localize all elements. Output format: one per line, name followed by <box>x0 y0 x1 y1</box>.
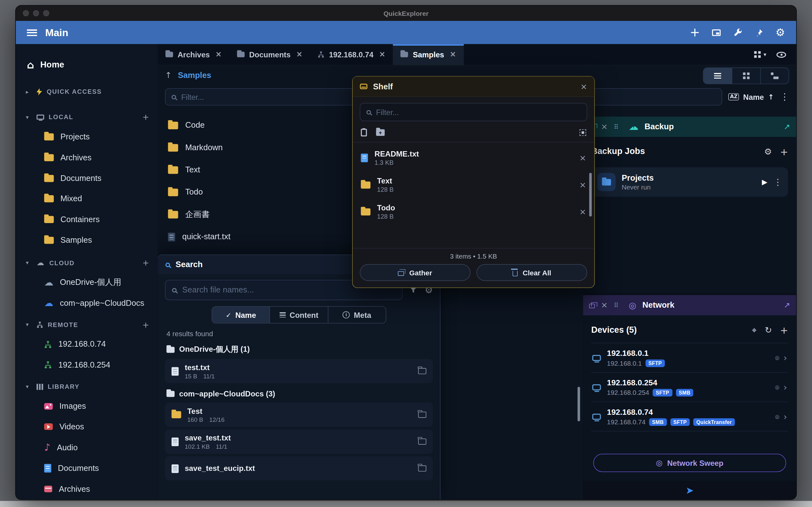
close-tab-icon[interactable]: × <box>379 51 386 58</box>
pin-icon[interactable] <box>755 28 763 37</box>
sidebar-item-images[interactable]: Images <box>16 396 158 416</box>
scrollbar-thumb[interactable] <box>577 387 580 421</box>
popout-icon[interactable]: ↗ <box>784 301 790 309</box>
shelf-item[interactable]: Text 128 B × <box>353 171 595 199</box>
eye-icon[interactable] <box>776 51 786 57</box>
device-row[interactable]: 192.168.0.74 192.168.0.74 SMB SFTP Quick… <box>591 402 788 432</box>
job-more-icon[interactable]: ⋮ <box>773 178 782 186</box>
section-library[interactable]: ▾ LIBRARY <box>16 377 158 396</box>
reveal-in-folder-icon[interactable] <box>418 439 426 445</box>
backup-job-row[interactable]: Projects Never run ▶ ⋮ <box>591 167 788 197</box>
search-tab-content[interactable]: Content <box>270 307 328 323</box>
sidebar-item-clouddocs[interactable]: ☁com~apple~CloudDocs <box>16 293 158 314</box>
close-panel-icon[interactable]: × <box>601 301 607 309</box>
sidebar-item-containers[interactable]: Containers <box>16 210 158 230</box>
up-directory-icon[interactable]: ↑ <box>165 72 171 80</box>
device-row[interactable]: 192.168.0.254 192.168.0.254 SFTP SMB ◎ <box>591 373 788 402</box>
device-row[interactable]: 192.168.0.1 192.168.0.1 SFTP ◎ › <box>591 343 788 373</box>
clipboard-icon[interactable] <box>361 129 367 136</box>
tab-documents[interactable]: Documents × <box>229 44 310 65</box>
drag-handle-icon[interactable]: ⠿ <box>614 124 618 130</box>
shelf-filter-field[interactable] <box>360 103 587 121</box>
section-quick-access[interactable]: ▸ QUICK ACCESS <box>16 83 158 101</box>
sort-control[interactable]: AZ Name ↑ <box>728 93 774 101</box>
refresh-icon[interactable]: ↻ <box>765 326 772 334</box>
result-group-header[interactable]: OneDrive-個人用 (1) <box>158 339 440 356</box>
select-all-icon[interactable] <box>579 129 586 136</box>
shelf-item[interactable]: Todo 128 B × <box>353 199 595 225</box>
reveal-in-folder-icon[interactable] <box>418 412 426 418</box>
scan-icon[interactable]: ⌖ <box>752 326 757 334</box>
view-list-button[interactable] <box>704 68 732 83</box>
sidebar-item-samples[interactable]: Samples <box>16 230 158 250</box>
tab-samples[interactable]: Samples × <box>393 44 464 65</box>
result-row[interactable]: save_test_eucip.txt <box>165 456 433 481</box>
shelf-header[interactable]: Shelf × <box>353 77 595 97</box>
add-backup-job-icon[interactable]: + <box>780 147 788 156</box>
result-row[interactable]: save_test.txt 102.1 KB 11/1 <box>165 429 433 454</box>
backup-panel-header[interactable]: × ⠿ ☁ ↑ Backup ↗ <box>583 117 796 137</box>
sidebar-item-mixed[interactable]: Mixed <box>16 188 158 209</box>
run-job-icon[interactable]: ▶ <box>762 178 767 185</box>
sidebar-item-archives[interactable]: Archives <box>16 147 158 168</box>
add-cloud-icon[interactable]: + <box>142 259 150 267</box>
layout-grid-button[interactable]: ▾ <box>754 51 766 58</box>
new-tab-icon[interactable]: + <box>690 26 700 38</box>
remove-item-icon[interactable]: × <box>579 154 586 162</box>
sidebar-home[interactable]: ⌂ Home <box>16 55 158 74</box>
network-sweep-button[interactable]: ◎ Network Sweep <box>593 454 786 472</box>
filter-funnel-icon[interactable] <box>410 287 417 293</box>
more-options-icon[interactable]: ⋮ <box>780 92 789 101</box>
search-tab-meta[interactable]: Meta <box>328 307 386 323</box>
restore-panel-icon[interactable] <box>589 303 595 308</box>
search-tab-name[interactable]: ✓ Name <box>212 307 270 323</box>
close-shelf-icon[interactable]: × <box>580 82 587 91</box>
tab-remote-74[interactable]: 192.168.0.74 × <box>310 44 393 65</box>
chevron-right-icon[interactable]: › <box>783 412 787 421</box>
sidebar-item-documents[interactable]: Documents <box>16 168 158 188</box>
result-row[interactable]: test.txt 15 B 11/1 <box>165 359 433 383</box>
sidebar-item-lib-archives[interactable]: Archives <box>16 479 158 499</box>
add-remote-icon[interactable]: + <box>142 321 150 329</box>
drag-handle-icon[interactable]: ⠿ <box>614 302 618 308</box>
menu-icon[interactable] <box>27 29 37 36</box>
send-icon[interactable]: ➤ <box>686 486 694 495</box>
settings-gear-icon[interactable]: ⚙ <box>775 27 785 38</box>
add-device-icon[interactable]: + <box>780 325 788 335</box>
reveal-in-folder-icon[interactable] <box>418 368 426 374</box>
popout-icon[interactable]: ↗ <box>784 123 790 130</box>
close-tab-icon[interactable]: × <box>450 51 456 58</box>
backup-settings-icon[interactable]: ⚙ <box>764 147 772 156</box>
chevron-right-icon[interactable]: › <box>783 383 787 392</box>
tab-archives[interactable]: Archives × <box>158 44 230 65</box>
result-row[interactable]: Test 160 B 12/16 <box>165 402 433 427</box>
clear-all-button[interactable]: Clear All <box>476 264 587 281</box>
gather-button[interactable]: Gather <box>360 264 470 281</box>
close-tab-icon[interactable]: × <box>215 51 222 58</box>
sidebar-item-onedrive[interactable]: ☁OneDrive-個人用 <box>16 272 158 293</box>
section-remote[interactable]: ▾ REMOTE + <box>16 316 158 334</box>
sidebar-item-remote-254[interactable]: 192.168.0.254 <box>16 354 158 375</box>
sidebar-item-lib-documents[interactable]: Documents <box>16 458 158 478</box>
breadcrumb[interactable]: Samples <box>178 71 211 80</box>
remove-item-icon[interactable]: × <box>579 181 586 189</box>
section-cloud[interactable]: ▾ ☁ CLOUD + <box>16 254 158 272</box>
shelf-item[interactable]: README.txt 1.3 KB × <box>353 145 595 171</box>
sidebar-item-remote-74[interactable]: 192.168.0.74 <box>16 334 158 354</box>
chevron-right-icon[interactable]: › <box>783 353 787 362</box>
shelf-filter-input[interactable] <box>376 108 581 116</box>
panels-icon[interactable] <box>712 29 721 36</box>
add-local-icon[interactable]: + <box>142 113 150 121</box>
close-tab-icon[interactable]: × <box>296 51 303 58</box>
wrench-icon[interactable] <box>733 27 743 37</box>
add-folder-icon[interactable] <box>376 129 385 136</box>
view-tree-button[interactable] <box>760 68 789 83</box>
sidebar-item-audio[interactable]: ♪Audio <box>16 437 158 458</box>
view-grid-button[interactable] <box>732 68 760 83</box>
section-local[interactable]: ▾ LOCAL + <box>16 108 158 126</box>
shelf-scrollbar-thumb[interactable] <box>589 173 592 217</box>
network-panel-header[interactable]: × ⠿ ◎ Network ↗ <box>583 295 796 315</box>
sidebar-item-projects[interactable]: Projects <box>16 126 158 147</box>
remove-item-icon[interactable]: × <box>579 208 586 216</box>
result-group-header[interactable]: com~apple~CloudDocs (3) <box>158 383 440 400</box>
